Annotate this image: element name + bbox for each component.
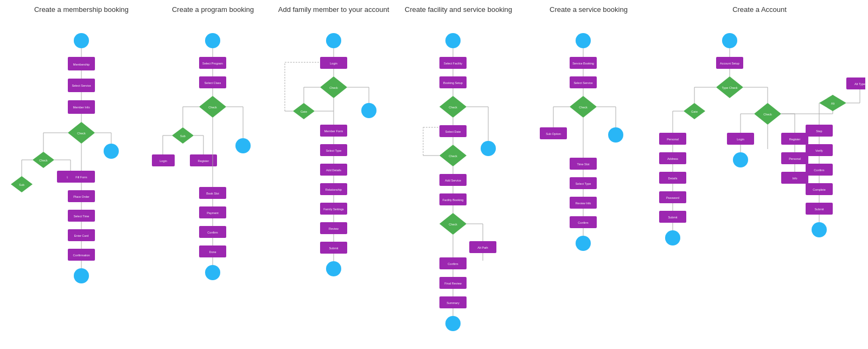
svg-point-188 [608,127,623,143]
flow-title-family: Add family member to your account [278,5,389,14]
flow-title-account: Create a Account [732,5,787,14]
svg-text:Time Slot: Time Slot [577,163,589,166]
svg-text:Review: Review [329,227,339,230]
svg-point-44 [74,268,89,283]
svg-text:Select Program: Select Program [202,62,223,65]
svg-text:Gate: Gate [691,110,698,113]
flow-svg-program: Select Program Select Class Check Sub Lo… [152,19,274,322]
svg-text:Select Facility: Select Facility [444,62,462,65]
flow-program: Create a program booking Select Program … [152,5,274,349]
svg-text:Alt Path: Alt Path [477,246,488,249]
flow-svg-service: Service Booking Select Service Check Sub… [524,19,654,322]
svg-point-69 [235,138,251,153]
svg-text:Type Check: Type Check [722,86,737,89]
svg-point-101 [361,103,376,118]
svg-text:Member Info: Member Info [73,106,90,109]
svg-text:Check: Check [449,106,457,109]
svg-text:Family Settings: Family Settings [323,208,344,211]
svg-text:Check: Check [329,86,338,89]
svg-text:Sub: Sub [19,183,24,186]
svg-text:Add Details: Add Details [326,169,341,172]
svg-text:Fill Form: Fill Form [75,176,87,179]
flow-svg-family: Login Check Gate Member Form [274,19,393,328]
svg-text:Check: Check [579,106,588,109]
svg-text:Review Info: Review Info [576,202,591,205]
svg-text:Step: Step [816,130,822,133]
svg-text:Check: Check [39,159,48,162]
svg-point-27 [104,144,119,159]
svg-point-171 [445,316,461,331]
flow-svg-membership: Membership Select Service Member Info Ch… [11,19,152,339]
svg-text:Password: Password [666,196,679,199]
svg-text:Login: Login [737,138,744,141]
svg-text:Check: Check [208,106,217,109]
svg-text:Register: Register [198,159,209,163]
svg-point-84 [326,33,341,48]
flow-svg-facility: Select Facility Booking Setup Check Sele… [393,19,524,349]
svg-text:Select Type: Select Type [576,182,591,185]
svg-text:Confirm: Confirm [578,221,589,224]
svg-point-203 [722,33,737,48]
svg-text:Check: Check [763,113,772,116]
flow-svg-account: Account Setup Type Check Gate Personal A… [654,19,865,333]
svg-text:Account Setup: Account Setup [720,62,739,65]
svg-point-231 [665,230,680,245]
main-canvas: Create a membership booking Membership S… [0,0,868,349]
svg-text:Payment: Payment [207,211,219,215]
svg-text:Personal: Personal [789,157,801,160]
svg-point-137 [481,141,496,156]
flow-family: Add family member to your account Login … [274,5,393,349]
svg-text:Place Order: Place Order [73,195,90,198]
svg-text:Submit: Submit [814,208,824,211]
svg-text:Confirm: Confirm [814,169,825,172]
svg-text:Facility Booking: Facility Booking [443,198,464,202]
svg-text:Alt Type: Alt Type [854,82,865,86]
svg-text:Info: Info [792,177,797,180]
svg-text:Register: Register [789,138,801,141]
svg-text:Confirm: Confirm [207,231,218,234]
flow-title-membership: Create a membership booking [34,5,129,14]
svg-text:Select Class: Select Class [205,81,221,85]
svg-point-124 [326,261,341,276]
svg-text:Final Review: Final Review [444,282,462,285]
svg-point-125 [445,33,461,48]
svg-text:Membership: Membership [73,63,90,66]
flow-facility: Create facility and service booking Sele… [393,5,524,349]
svg-text:Check: Check [449,223,457,226]
svg-text:Check: Check [449,154,457,158]
svg-point-241 [733,152,748,167]
svg-point-202 [576,236,591,251]
svg-text:Submit: Submit [329,247,339,250]
svg-text:Relationship: Relationship [326,188,342,191]
svg-text:Summary: Summary [446,301,459,305]
flow-title-service: Create a service booking [550,5,628,14]
svg-text:Book Slot: Book Slot [206,192,219,195]
svg-text:Login: Login [330,62,337,65]
svg-text:Select Service: Select Service [72,84,91,87]
flow-account: Create a Account Account Setup Type Chec… [654,5,865,349]
svg-text:Check: Check [77,132,86,135]
svg-text:Complete: Complete [813,188,826,191]
svg-text:Confirmation: Confirmation [73,254,90,257]
svg-point-0 [74,33,89,48]
svg-text:Confirm: Confirm [448,262,458,266]
svg-text:Personal: Personal [667,138,679,141]
svg-text:Enter Card: Enter Card [74,234,89,237]
svg-text:Alt: Alt [831,102,835,105]
svg-text:Select Time: Select Time [74,215,90,218]
flow-service: Create a service booking Service Booking… [524,5,654,349]
flow-membership: Create a membership booking Membership S… [11,5,152,349]
svg-text:Submit: Submit [668,216,678,219]
svg-text:Details: Details [668,177,678,180]
svg-text:Select Type: Select Type [326,149,342,152]
svg-point-45 [205,33,220,48]
svg-text:Verify: Verify [815,149,823,152]
svg-point-83 [205,265,220,280]
svg-text:Address: Address [667,157,678,160]
svg-text:Sub: Sub [180,134,186,138]
svg-text:Select Date: Select Date [445,130,461,133]
svg-text:Done: Done [209,250,216,254]
flow-title-program: Create a program booking [172,5,254,14]
flow-title-facility: Create facility and service booking [405,5,512,14]
svg-text:Service Booking: Service Booking [572,62,594,65]
